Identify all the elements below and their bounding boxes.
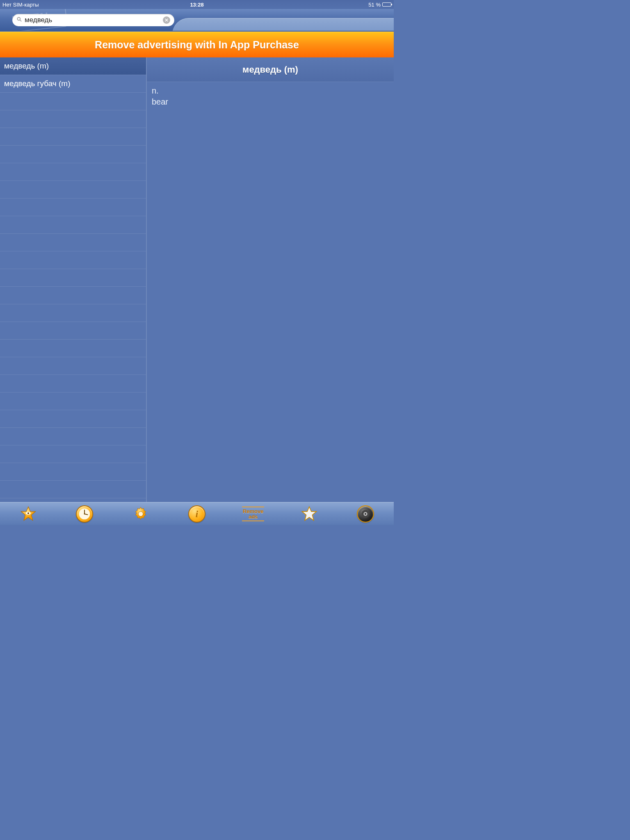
tab-featured[interactable] bbox=[0, 502, 56, 525]
list-item-empty bbox=[0, 128, 146, 146]
tab-history[interactable] bbox=[56, 502, 112, 525]
list-item[interactable]: медведь (m) bbox=[0, 57, 146, 75]
search-input[interactable] bbox=[22, 16, 163, 24]
list-item-empty bbox=[0, 269, 146, 287]
tab-audio[interactable] bbox=[338, 502, 394, 525]
list-item-empty bbox=[0, 146, 146, 163]
detail-pane: медведь (m) n. bear bbox=[147, 57, 394, 502]
svg-point-6 bbox=[27, 512, 29, 514]
list-item-empty bbox=[0, 181, 146, 199]
list-item-empty bbox=[0, 410, 146, 428]
tab-favorites[interactable] bbox=[281, 502, 338, 525]
battery-percent-label: 51 % bbox=[368, 2, 381, 8]
list-item-empty bbox=[0, 393, 146, 410]
list-item-empty bbox=[0, 93, 146, 110]
star-icon bbox=[301, 506, 317, 522]
list-item-empty bbox=[0, 357, 146, 375]
tab-remove-ads[interactable]: Remove ads bbox=[225, 502, 281, 525]
clear-search-button[interactable] bbox=[163, 16, 170, 24]
list-item-empty bbox=[0, 110, 146, 128]
list-item-empty bbox=[0, 234, 146, 251]
tab-info[interactable]: i bbox=[169, 502, 225, 525]
svg-point-16 bbox=[365, 513, 367, 515]
search-bar: PORTAL bbox=[0, 9, 394, 32]
list-item-empty bbox=[0, 163, 146, 181]
info-icon: i bbox=[188, 505, 205, 523]
svg-point-10 bbox=[84, 513, 85, 514]
translation-text: bear bbox=[152, 96, 389, 107]
remove-ads-icon: Remove ads bbox=[242, 507, 265, 521]
svg-marker-13 bbox=[302, 507, 317, 520]
list-item-empty bbox=[0, 428, 146, 445]
battery-icon bbox=[382, 2, 391, 7]
list-item-empty bbox=[0, 340, 146, 357]
list-item-empty bbox=[0, 445, 146, 463]
list-item-empty bbox=[0, 251, 146, 269]
speaker-icon bbox=[357, 505, 374, 523]
search-field[interactable] bbox=[12, 14, 174, 26]
detail-title: медведь (m) bbox=[147, 57, 394, 82]
list-item-empty bbox=[0, 463, 146, 481]
list-item-empty bbox=[0, 216, 146, 234]
svg-point-11 bbox=[138, 511, 143, 516]
tab-bar: i Remove ads bbox=[0, 502, 394, 525]
svg-line-1 bbox=[20, 20, 22, 22]
detail-body: n. bear bbox=[147, 82, 394, 502]
list-item[interactable]: медведь губач (m) bbox=[0, 75, 146, 93]
results-list[interactable]: медведь (m)медведь губач (m) bbox=[0, 57, 147, 502]
ad-banner-text: Remove advertising with In App Purchase bbox=[95, 39, 299, 51]
content-area: медведь (m)медведь губач (m) медведь (m)… bbox=[0, 57, 394, 502]
status-bar: Нет SIM-карты 13:28 51 % bbox=[0, 0, 394, 9]
part-of-speech: n. bbox=[152, 85, 389, 96]
svg-text:i: i bbox=[196, 509, 199, 519]
ad-banner[interactable]: Remove advertising with In App Purchase bbox=[0, 32, 394, 57]
carrier-label: Нет SIM-карты bbox=[2, 2, 132, 8]
clock-icon bbox=[76, 505, 93, 523]
svg-point-0 bbox=[17, 17, 20, 20]
clock-label: 13:28 bbox=[132, 2, 262, 8]
list-item-empty bbox=[0, 304, 146, 322]
list-item-empty bbox=[0, 199, 146, 216]
list-item-empty bbox=[0, 287, 146, 304]
search-icon bbox=[16, 16, 22, 24]
gear-icon bbox=[132, 506, 149, 522]
star-eye-icon bbox=[20, 506, 37, 522]
list-item-empty bbox=[0, 375, 146, 393]
list-item-empty bbox=[0, 481, 146, 498]
tab-settings[interactable] bbox=[112, 502, 169, 525]
list-item-empty bbox=[0, 322, 146, 340]
